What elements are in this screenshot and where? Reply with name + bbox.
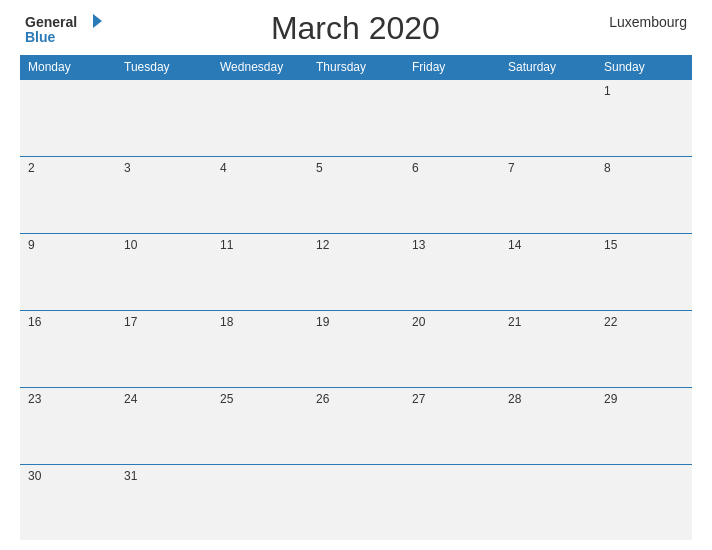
calendar-day-cell — [500, 464, 596, 540]
calendar-day-cell: 30 — [20, 464, 116, 540]
calendar-header-row: MondayTuesdayWednesdayThursdayFridaySatu… — [20, 55, 692, 80]
page-header: General Blue March 2020 Luxembourg — [20, 10, 692, 47]
calendar-day-cell: 18 — [212, 310, 308, 387]
page-title: March 2020 — [271, 10, 440, 47]
calendar-day-cell — [596, 464, 692, 540]
calendar-day-cell: 11 — [212, 233, 308, 310]
calendar-week-row: 9101112131415 — [20, 233, 692, 310]
calendar-day-cell: 5 — [308, 156, 404, 233]
calendar-day-cell: 10 — [116, 233, 212, 310]
logo-general-text: General — [25, 14, 77, 30]
calendar-week-row: 23242526272829 — [20, 387, 692, 464]
calendar-body: 1234567891011121314151617181920212223242… — [20, 80, 692, 541]
calendar-day-cell — [116, 80, 212, 157]
svg-marker-0 — [93, 14, 102, 28]
calendar-day-cell: 9 — [20, 233, 116, 310]
calendar-day-cell — [20, 80, 116, 157]
calendar-day-cell — [308, 80, 404, 157]
calendar-day-cell: 31 — [116, 464, 212, 540]
calendar-week-row: 16171819202122 — [20, 310, 692, 387]
calendar-day-cell: 24 — [116, 387, 212, 464]
weekday-header: Tuesday — [116, 55, 212, 80]
calendar-day-cell — [404, 80, 500, 157]
calendar-day-cell: 16 — [20, 310, 116, 387]
calendar-day-cell: 14 — [500, 233, 596, 310]
calendar-day-cell: 26 — [308, 387, 404, 464]
calendar-day-cell: 29 — [596, 387, 692, 464]
calendar-day-cell: 1 — [596, 80, 692, 157]
calendar-day-cell: 7 — [500, 156, 596, 233]
calendar-day-cell: 25 — [212, 387, 308, 464]
calendar-week-row: 3031 — [20, 464, 692, 540]
calendar-week-row: 2345678 — [20, 156, 692, 233]
calendar-day-cell — [212, 80, 308, 157]
calendar-day-cell: 23 — [20, 387, 116, 464]
calendar-day-cell: 21 — [500, 310, 596, 387]
calendar-day-cell: 13 — [404, 233, 500, 310]
calendar-day-cell: 4 — [212, 156, 308, 233]
calendar-day-cell: 27 — [404, 387, 500, 464]
country-label: Luxembourg — [609, 10, 687, 30]
calendar-day-cell: 8 — [596, 156, 692, 233]
weekday-header: Sunday — [596, 55, 692, 80]
calendar-day-cell — [404, 464, 500, 540]
logo-flag-icon — [84, 14, 102, 28]
calendar-day-cell: 2 — [20, 156, 116, 233]
calendar-day-cell: 3 — [116, 156, 212, 233]
calendar-day-cell — [500, 80, 596, 157]
calendar-day-cell: 19 — [308, 310, 404, 387]
calendar-day-cell: 6 — [404, 156, 500, 233]
calendar-day-cell: 15 — [596, 233, 692, 310]
weekday-header: Friday — [404, 55, 500, 80]
calendar-day-cell: 22 — [596, 310, 692, 387]
logo: General Blue — [25, 14, 102, 44]
calendar-day-cell: 28 — [500, 387, 596, 464]
weekday-header: Saturday — [500, 55, 596, 80]
calendar-day-cell — [308, 464, 404, 540]
calendar-day-cell: 12 — [308, 233, 404, 310]
calendar-day-cell: 17 — [116, 310, 212, 387]
calendar-day-cell — [212, 464, 308, 540]
weekday-header: Monday — [20, 55, 116, 80]
weekday-header: Thursday — [308, 55, 404, 80]
calendar-day-cell: 20 — [404, 310, 500, 387]
calendar-week-row: 1 — [20, 80, 692, 157]
calendar-table: MondayTuesdayWednesdayThursdayFridaySatu… — [20, 55, 692, 540]
weekday-header: Wednesday — [212, 55, 308, 80]
logo-blue-text: Blue — [25, 30, 102, 44]
